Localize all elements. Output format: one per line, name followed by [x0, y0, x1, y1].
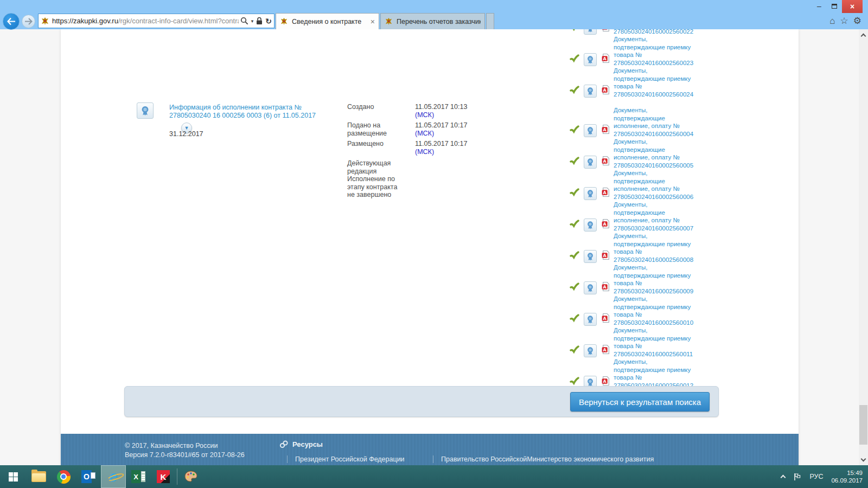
signature-badge-button[interactable] — [584, 124, 597, 137]
document-item: A Документы, подтверждающие приемку това… — [569, 264, 710, 295]
signature-badge-button[interactable] — [584, 250, 597, 263]
forward-arrow-icon — [24, 18, 33, 25]
rosette-icon — [586, 346, 594, 355]
tab-title: Перечень отчетов заказчика — [397, 18, 481, 25]
rosette-icon — [586, 126, 594, 135]
contract-signature-badge-button[interactable] — [137, 102, 154, 119]
scroll-down-button[interactable] — [859, 455, 868, 464]
document-link[interactable]: Документы, подтверждающие исполнение, оп… — [614, 169, 693, 201]
svg-text:A: A — [603, 88, 607, 93]
document-link[interactable]: Документы, подтверждающие исполнение, оп… — [614, 201, 693, 232]
signature-badge-button[interactable] — [584, 281, 597, 294]
return-to-results-button[interactable]: Вернуться к результатам поиска — [570, 392, 710, 412]
rosette-icon — [586, 284, 594, 292]
close-button[interactable]: × — [842, 0, 863, 13]
chain-link-icon — [279, 440, 289, 448]
document-link[interactable]: Документы, подтверждающие приемку товара… — [614, 264, 693, 295]
signature-badge-button[interactable] — [584, 53, 597, 66]
contract-status: Действующая редакция Исполнение по этапу… — [347, 159, 406, 199]
kaspersky-icon: K — [157, 470, 170, 483]
document-item: A Документы, подтверждающие исполнение, … — [569, 169, 710, 201]
settings-gear-icon[interactable]: ⚙ — [853, 15, 861, 28]
refresh-icon[interactable]: ↻ — [265, 17, 272, 25]
checkmark-icon — [570, 251, 579, 262]
pdf-icon[interactable]: A — [602, 188, 610, 199]
internet-explorer-icon: e — [109, 470, 117, 484]
back-arrow-icon — [7, 17, 16, 25]
action-center-flag-icon[interactable] — [793, 473, 801, 481]
pdf-icon[interactable]: A — [602, 313, 610, 325]
pdf-icon[interactable]: A — [602, 156, 610, 168]
document-link[interactable]: Документы, подтверждающие приемку товара… — [614, 326, 693, 358]
document-link[interactable]: Документы, подтверждающие исполнение, оп… — [614, 106, 693, 138]
pdf-icon[interactable]: A — [602, 85, 610, 97]
site-favicon-icon — [41, 17, 49, 25]
pdf-icon[interactable]: A — [602, 251, 610, 262]
restore-button[interactable] — [827, 0, 842, 12]
meta-timezone-link[interactable]: (МСК) — [415, 111, 491, 119]
document-link[interactable]: Документы, подтверждающие приемку товара… — [614, 35, 693, 67]
pdf-icon[interactable]: A — [602, 345, 610, 356]
new-tab-stub[interactable] — [486, 13, 494, 29]
signature-badge-button[interactable] — [584, 187, 597, 200]
lock-icon — [256, 17, 263, 25]
document-link[interactable]: Документы, подтверждающие приемку товара… — [614, 358, 693, 389]
clock[interactable]: 15:49 06.09.2017 — [831, 469, 863, 484]
checkmark-icon — [570, 86, 579, 97]
signature-badge-button[interactable] — [584, 85, 597, 98]
taskbar-excel[interactable]: X — [126, 465, 151, 488]
chevron-down-icon[interactable]: ▾ — [251, 18, 254, 24]
scrollbar-thumb[interactable] — [859, 405, 867, 445]
document-link[interactable]: Документы, подтверждающие приемку товара… — [614, 232, 693, 264]
home-icon[interactable]: ⌂ — [829, 15, 835, 28]
scroll-up-button[interactable] — [859, 30, 868, 40]
document-link[interactable]: Документы, подтверждающие приемку товара… — [614, 67, 693, 98]
signature-badge-button[interactable] — [584, 156, 597, 169]
footer-link[interactable]: Министерство экономического развития — [527, 455, 654, 463]
pdf-icon[interactable]: A — [602, 125, 610, 136]
back-button[interactable] — [3, 13, 20, 30]
tray-chevron-up-icon[interactable] — [781, 475, 786, 480]
chevron-up-icon — [861, 33, 866, 38]
meta-timezone-link[interactable]: (МСК) — [415, 148, 491, 156]
address-bar[interactable]: https://zakupki.gov.ru/rgk/contract-info… — [38, 14, 275, 28]
forward-button[interactable] — [22, 15, 35, 28]
taskbar-chrome[interactable] — [51, 465, 76, 488]
tray-date: 06.09.2017 — [831, 477, 863, 484]
language-indicator[interactable]: РУС — [809, 473, 823, 480]
signature-badge-button[interactable] — [584, 219, 597, 232]
vertical-scrollbar[interactable] — [859, 29, 868, 465]
pdf-icon[interactable]: A — [602, 54, 610, 65]
meta-timezone-link[interactable]: (МСК) — [415, 130, 491, 138]
tab-contract-info[interactable]: Сведения о контракте × — [276, 13, 379, 29]
contract-meta: Создано 11.05.2017 10:13 (МСК) Подано на… — [347, 103, 499, 158]
taskbar-separator — [177, 468, 177, 485]
svg-text:A: A — [603, 127, 607, 132]
taskbar-internet-explorer[interactable]: e — [101, 465, 126, 488]
signature-badge-button[interactable] — [584, 344, 597, 357]
version-line: Версия 7.2.0-r83401#65 от 2017-08-26 — [125, 451, 245, 460]
taskbar-kaspersky[interactable]: K — [151, 465, 176, 488]
taskbar-file-explorer[interactable] — [26, 465, 51, 488]
tab-reports-list[interactable]: Перечень отчетов заказчика — [380, 13, 485, 29]
signature-badge-button[interactable] — [584, 313, 597, 326]
document-item: A Документы, подтверждающие приемку това… — [569, 295, 710, 326]
start-button[interactable] — [0, 465, 26, 488]
url-host: https://zakupki.gov.ru — [52, 17, 118, 25]
footer-link[interactable]: Президент Российской Федерации — [287, 455, 425, 463]
tab-close-icon[interactable]: × — [371, 17, 375, 26]
taskbar-outlook[interactable]: O — [76, 465, 101, 488]
document-link[interactable]: Документы, подтверждающие приемку товара… — [614, 295, 693, 326]
meta-row: Подано на размещение 11.05.2017 10:17 (М… — [347, 121, 499, 137]
minimize-button[interactable]: – — [812, 0, 827, 12]
pdf-icon[interactable]: A — [602, 282, 610, 293]
pdf-icon[interactable]: A — [602, 219, 610, 230]
favorites-star-icon[interactable]: ☆ — [840, 15, 848, 28]
taskbar-paint[interactable] — [178, 465, 203, 488]
footer-link[interactable]: Правительство Российской — [433, 455, 527, 463]
documents-list: A Документы, подтверждающие приемку това… — [569, 4, 710, 389]
document-link[interactable]: Документы, подтверждающие исполнение, оп… — [614, 138, 693, 169]
search-icon[interactable] — [240, 17, 248, 25]
contract-title-link[interactable]: Информация об исполнении контракта № 278… — [169, 104, 332, 120]
browser-toolbar-icons: ⌂ ☆ ⚙ — [829, 15, 861, 28]
